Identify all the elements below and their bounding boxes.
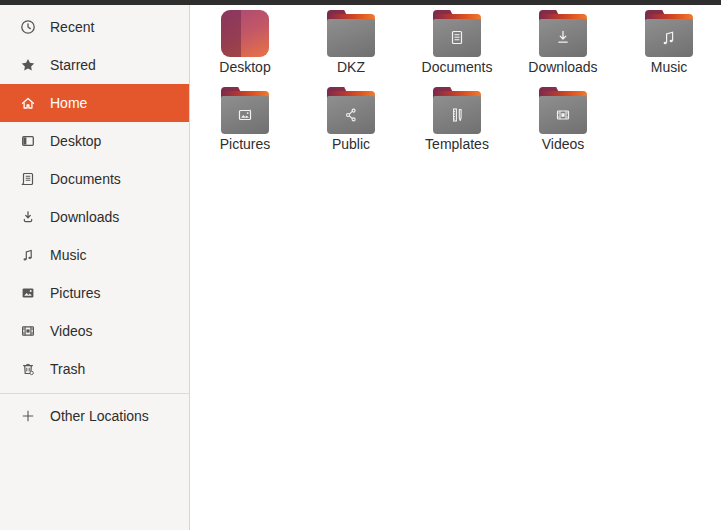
- sidebar-item-label: Starred: [50, 57, 96, 73]
- film-emblem-icon: [553, 105, 573, 125]
- file-item-pictures[interactable]: Pictures: [192, 87, 298, 164]
- sidebar-item-home[interactable]: Home: [0, 84, 189, 122]
- downloads-folder-icon: [539, 10, 587, 57]
- sidebar-item-music[interactable]: Music: [0, 236, 189, 274]
- file-item-label: Desktop: [219, 60, 270, 75]
- template-emblem-icon: [447, 105, 467, 125]
- sidebar-item-documents[interactable]: Documents: [0, 160, 189, 198]
- file-item-label: DKZ: [337, 60, 365, 75]
- document-icon: [19, 171, 36, 188]
- file-manager-window: Recent Starred Home Desktop Documents: [0, 5, 721, 530]
- sidebar-item-label: Music: [50, 247, 87, 263]
- file-item-label: Templates: [425, 137, 489, 152]
- file-item-documents[interactable]: Documents: [404, 10, 510, 87]
- file-item-label: Documents: [422, 60, 493, 75]
- sidebar-item-label: Videos: [50, 323, 93, 339]
- file-grid-view: Desktop DKZ Documents: [190, 5, 721, 530]
- file-item-videos[interactable]: Videos: [510, 87, 616, 164]
- sidebar-item-label: Downloads: [50, 209, 119, 225]
- file-item-desktop[interactable]: Desktop: [192, 10, 298, 87]
- file-item-label: Downloads: [528, 60, 597, 75]
- file-item-dkz[interactable]: DKZ: [298, 10, 404, 87]
- file-item-music[interactable]: Music: [616, 10, 721, 87]
- star-icon: [19, 57, 36, 74]
- sidebar-item-label: Trash: [50, 361, 85, 377]
- picture-icon: [19, 285, 36, 302]
- public-folder-icon: [327, 87, 375, 134]
- download-icon: [19, 209, 36, 226]
- desktop-gradient-folder-icon: [221, 10, 269, 57]
- music-folder-icon: [645, 10, 693, 57]
- sidebar-item-label: Desktop: [50, 133, 101, 149]
- sidebar-divider: [0, 393, 189, 394]
- documents-folder-icon: [433, 10, 481, 57]
- share-emblem-icon: [341, 105, 361, 125]
- film-icon: [19, 323, 36, 340]
- sidebar-item-label: Home: [50, 95, 87, 111]
- file-item-templates[interactable]: Templates: [404, 87, 510, 164]
- sidebar-item-other-locations[interactable]: Other Locations: [0, 397, 189, 435]
- clock-icon: [19, 19, 36, 36]
- download-emblem-icon: [553, 28, 573, 48]
- templates-folder-icon: [433, 87, 481, 134]
- sidebar-item-label: Documents: [50, 171, 121, 187]
- desktop-icon: [19, 133, 36, 150]
- sidebar-item-recent[interactable]: Recent: [0, 8, 189, 46]
- document-emblem-icon: [447, 28, 467, 48]
- sidebar-item-label: Pictures: [50, 285, 101, 301]
- sidebar-item-starred[interactable]: Starred: [0, 46, 189, 84]
- file-item-label: Public: [332, 137, 370, 152]
- pictures-folder-icon: [221, 87, 269, 134]
- sidebar-item-label: Other Locations: [50, 408, 149, 424]
- file-item-label: Music: [651, 60, 688, 75]
- trash-icon: [19, 361, 36, 378]
- icon-grid: Desktop DKZ Documents: [192, 10, 721, 164]
- image-emblem-icon: [235, 105, 255, 125]
- videos-folder-icon: [539, 87, 587, 134]
- sidebar-item-videos[interactable]: Videos: [0, 312, 189, 350]
- sidebar-item-downloads[interactable]: Downloads: [0, 198, 189, 236]
- music-note-icon: [19, 247, 36, 264]
- sidebar-item-pictures[interactable]: Pictures: [0, 274, 189, 312]
- home-icon: [19, 95, 36, 112]
- music-emblem-icon: [659, 28, 679, 48]
- plus-icon: [19, 408, 36, 425]
- plain-folder-icon: [327, 10, 375, 57]
- file-item-label: Videos: [542, 137, 585, 152]
- file-item-downloads[interactable]: Downloads: [510, 10, 616, 87]
- places-sidebar: Recent Starred Home Desktop Documents: [0, 5, 190, 530]
- file-item-public[interactable]: Public: [298, 87, 404, 164]
- file-item-label: Pictures: [220, 137, 271, 152]
- sidebar-item-desktop[interactable]: Desktop: [0, 122, 189, 160]
- sidebar-item-label: Recent: [50, 19, 94, 35]
- sidebar-item-trash[interactable]: Trash: [0, 350, 189, 388]
